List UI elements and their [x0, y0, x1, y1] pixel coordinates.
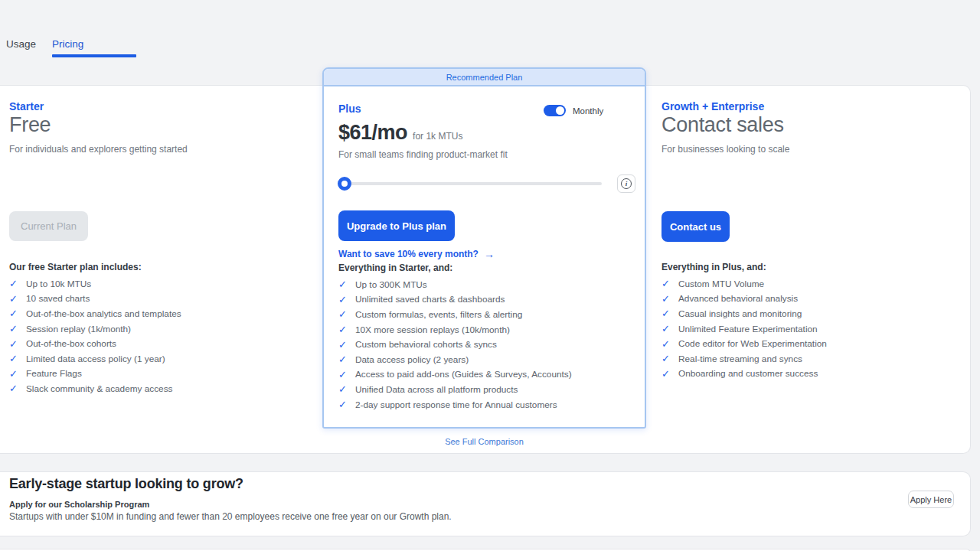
feature-label: 10 saved charts: [26, 293, 90, 304]
feature-item: ✓ Out-of-the-box analytics and templates: [9, 306, 181, 321]
check-icon: ✓: [338, 324, 348, 334]
check-icon: ✓: [662, 354, 671, 364]
check-icon: ✓: [338, 384, 348, 394]
feature-item: ✓ Data access policy (2 years): [338, 352, 572, 367]
feature-label: Real-time streaming and syncs: [678, 354, 802, 364]
plus-plan-price: $61/mo: [338, 121, 407, 145]
tab-usage[interactable]: Usage: [6, 38, 36, 50]
growth-plan-price: Contact sales: [662, 113, 784, 137]
check-icon: ✓: [9, 383, 19, 393]
active-tab-underline: [52, 54, 136, 57]
feature-item: ✓ Unlimited saved charts & dashboards: [338, 292, 572, 308]
contact-us-button[interactable]: Contact us: [662, 211, 730, 242]
save-link-label: Want to save 10% every month?: [338, 249, 479, 259]
scholarship-body: Startups with under $10M in funding and …: [9, 511, 452, 522]
check-icon: ✓: [338, 370, 348, 380]
check-icon: ✓: [9, 339, 19, 349]
feature-label: Data access policy (2 years): [355, 354, 469, 365]
toggle-knob: [556, 106, 564, 115]
upgrade-to-plus-button[interactable]: Upgrade to Plus plan: [338, 210, 455, 241]
feature-label: Unified Data across all platform product…: [355, 384, 518, 395]
plus-feature-list: ✓ Up to 300K MTUs ✓ Unlimited saved char…: [338, 277, 572, 412]
pricing-page: Usage Pricing Starter Free For individua…: [0, 0, 980, 551]
check-icon: ✓: [9, 294, 19, 304]
feature-label: Out-of-the-box cohorts: [26, 338, 116, 349]
feature-item: ✓ Slack community & academy access: [9, 381, 181, 396]
tab-pricing[interactable]: Pricing: [52, 38, 83, 50]
growth-plan-tagline: For businesses looking to scale: [662, 144, 789, 155]
arrow-right-icon: →: [484, 248, 495, 260]
check-icon: ✓: [662, 308, 671, 318]
check-icon: ✓: [338, 340, 348, 350]
check-icon: ✓: [9, 354, 19, 364]
current-plan-button: Current Plan: [9, 211, 88, 241]
billing-period-label: Monthly: [573, 106, 603, 116]
check-icon: ✓: [662, 369, 671, 379]
plus-plan-card: Recommended Plan Plus Monthly $61/mo for…: [322, 67, 646, 429]
feature-label: Unlimited Feature Experimentation: [678, 324, 818, 334]
feature-item: ✓ Feature Flags: [9, 367, 181, 382]
mtu-volume-slider[interactable]: [338, 182, 602, 185]
scholarship-title: Early-stage startup looking to grow?: [9, 476, 243, 492]
check-icon: ✓: [338, 295, 348, 305]
feature-label: Session replay (1k/month): [26, 324, 131, 334]
growth-features-header: Everything in Plus, and:: [662, 262, 766, 272]
growth-feature-list: ✓ Custom MTU Volume ✓ Advanced behaviora…: [662, 276, 827, 381]
feature-label: Advanced behavioral analysis: [678, 293, 798, 304]
apply-here-button[interactable]: Apply Here: [908, 491, 954, 508]
check-icon: ✓: [662, 339, 671, 349]
feature-item: ✓ Custom formulas, events, filters & ale…: [338, 307, 572, 322]
check-icon: ✓: [9, 324, 19, 334]
plus-features-header: Everything in Starter, and:: [338, 262, 452, 273]
starter-feature-list: ✓ Up to 10k MTUs ✓ 10 saved charts ✓ Out…: [9, 276, 181, 396]
recommended-plan-banner: Recommended Plan: [324, 69, 645, 86]
feature-item: ✓ Custom behavioral cohorts & syncs: [338, 337, 572, 352]
feature-label: Casual insights and monitoring: [678, 308, 802, 319]
check-icon: ✓: [9, 308, 19, 318]
feature-label: 10X more session replays (10k/month): [355, 324, 510, 335]
feature-label: Unlimited saved charts & dashboards: [355, 294, 505, 305]
feature-label: 2-day support response time for Annual c…: [355, 399, 557, 410]
check-icon: ✓: [338, 309, 348, 319]
feature-label: Out-of-the-box analytics and templates: [26, 308, 181, 319]
feature-item: ✓ 10X more session replays (10k/month): [338, 322, 572, 337]
feature-label: Access to paid add-ons (Guides & Surveys…: [355, 369, 572, 380]
check-icon: ✓: [9, 369, 19, 379]
plus-price-unit: for 1k MTUs: [413, 131, 462, 142]
feature-item: ✓ Casual insights and monitoring: [662, 306, 827, 321]
check-icon: ✓: [662, 279, 671, 289]
check-icon: ✓: [662, 324, 671, 334]
check-icon: ✓: [338, 399, 348, 409]
feature-item: ✓ Session replay (1k/month): [9, 321, 181, 337]
plus-plan-tagline: For small teams finding product-market f…: [338, 149, 508, 160]
feature-label: Onboarding and customer success: [678, 368, 818, 379]
feature-label: Custom MTU Volume: [678, 279, 764, 289]
feature-item: ✓ Unlimited Feature Experimentation: [662, 321, 827, 337]
feature-item: ✓ Up to 300K MTUs: [338, 277, 572, 292]
feature-label: Limited data access policy (1 year): [26, 354, 165, 364]
feature-item: ✓ Advanced behavioral analysis: [662, 292, 827, 307]
check-icon: ✓: [662, 294, 671, 304]
starter-plan-name: Starter: [9, 100, 44, 112]
feature-item: ✓ Real-time streaming and syncs: [662, 351, 827, 367]
starter-features-header: Our free Starter plan includes:: [9, 262, 142, 272]
check-icon: ✓: [9, 279, 19, 289]
feature-label: Custom formulas, events, filters & alert…: [355, 309, 522, 320]
feature-item: ✓ Code editor for Web Experimentation: [662, 336, 827, 351]
feature-label: Up to 300K MTUs: [355, 279, 427, 290]
feature-item: ✓ Custom MTU Volume: [662, 276, 827, 292]
feature-item: ✓ Up to 10k MTUs: [9, 276, 181, 292]
feature-label: Code editor for Web Experimentation: [678, 338, 827, 349]
billing-period-toggle[interactable]: [544, 105, 566, 116]
see-full-comparison-link[interactable]: See Full Comparison: [322, 437, 646, 446]
scholarship-subtitle: Apply for our Scholarship Program: [9, 500, 149, 509]
feature-item: ✓ Onboarding and customer success: [662, 367, 827, 382]
slider-info-button[interactable]: i: [617, 174, 635, 193]
save-monthly-link[interactable]: Want to save 10% every month? →: [338, 248, 495, 260]
check-icon: ✓: [338, 279, 348, 289]
feature-label: Custom behavioral cohorts & syncs: [355, 339, 497, 350]
feature-label: Feature Flags: [26, 368, 82, 379]
feature-item: ✓ Unified Data across all platform produ…: [338, 382, 572, 397]
slider-handle[interactable]: [338, 177, 351, 191]
info-icon: i: [621, 178, 632, 189]
